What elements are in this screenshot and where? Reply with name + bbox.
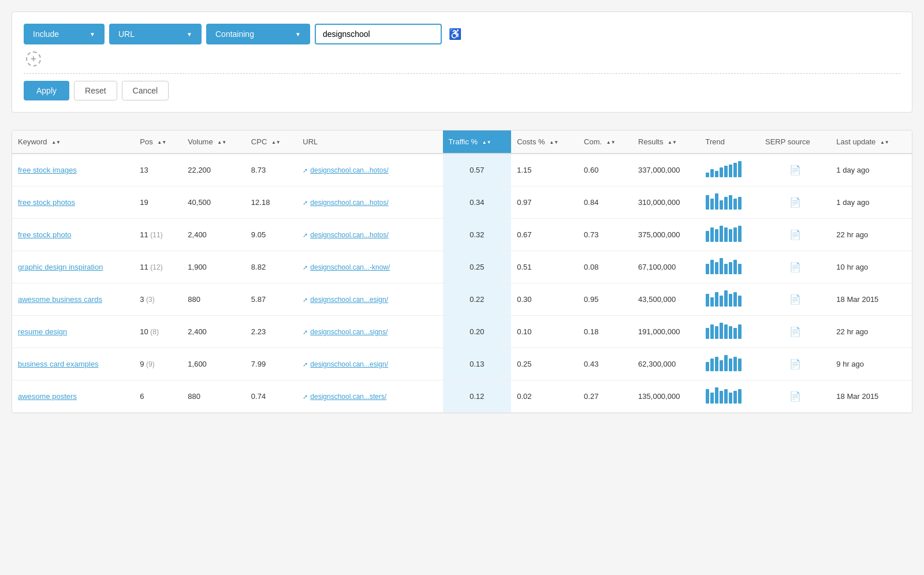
col-serp: SERP source	[759, 130, 830, 154]
volume-value: 880	[182, 380, 245, 413]
url-link[interactable]: designschool.can...hotos/	[310, 231, 388, 239]
serp-source-icon[interactable]: 📄	[789, 197, 801, 207]
trend-cell	[700, 219, 759, 251]
trend-bars	[706, 387, 742, 404]
serp-source-icon[interactable]: 📄	[789, 327, 801, 337]
costs-value: 0.30	[511, 283, 578, 316]
url-link[interactable]: designschool.can...sters/	[310, 393, 386, 401]
url-link[interactable]: designschool.can...esign/	[310, 360, 388, 368]
col-traffic[interactable]: Traffic % ▲▼	[443, 130, 512, 154]
trend-bar	[724, 166, 728, 177]
url-link[interactable]: designschool.can...hotos/	[310, 199, 388, 207]
trend-bar	[738, 359, 742, 371]
keyword-link[interactable]: free stock photo	[18, 230, 72, 239]
cpc-value: 9.05	[245, 219, 297, 251]
url-link[interactable]: designschool.can...-know/	[310, 263, 390, 271]
url-link[interactable]: designschool.can...signs/	[310, 328, 388, 336]
pos-sort-icon: ▲▼	[157, 140, 166, 145]
volume-value: 22,200	[182, 154, 245, 186]
col-results[interactable]: Results ▲▼	[632, 130, 699, 154]
col-cpc[interactable]: CPC ▲▼	[245, 130, 297, 154]
serp-source-icon[interactable]: 📄	[789, 294, 801, 304]
filter-divider	[24, 73, 900, 74]
keyword-sort-icon: ▲▼	[51, 140, 61, 145]
col-com[interactable]: Com. ▲▼	[578, 130, 632, 154]
results-value: 135,000,000	[632, 380, 699, 413]
pos-value: 3	[140, 295, 144, 304]
trend-bar	[724, 227, 728, 242]
external-link-icon: ➚	[303, 393, 308, 400]
serp-source-icon[interactable]: 📄	[789, 165, 801, 175]
last-update-value: 22 hr ago	[830, 219, 912, 251]
traffic-value: 0.12	[443, 380, 512, 413]
url-link[interactable]: designschool.can...hotos/	[310, 166, 388, 174]
url-link[interactable]: designschool.can...esign/	[310, 296, 388, 304]
serp-source-icon[interactable]: 📄	[789, 230, 801, 240]
trend-bar	[710, 169, 714, 177]
containing-dropdown[interactable]: Containing ▼	[206, 24, 310, 44]
include-dropdown[interactable]: Include ▼	[24, 24, 105, 44]
serp-source-icon[interactable]: 📄	[789, 359, 801, 369]
pos-value: 11	[140, 263, 148, 271]
last-update-value: 18 Mar 2015	[830, 283, 912, 316]
trend-bar	[738, 296, 742, 307]
last-update-value: 10 hr ago	[830, 251, 912, 283]
reset-button[interactable]: Reset	[74, 81, 117, 100]
search-input[interactable]	[315, 24, 442, 44]
col-costs[interactable]: Costs % ▲▼	[511, 130, 578, 154]
trend-bar	[720, 296, 723, 307]
trend-bar	[715, 387, 718, 404]
com-value: 0.08	[578, 251, 632, 283]
trend-bar	[720, 391, 723, 404]
costs-value: 0.97	[511, 186, 578, 219]
trend-bar	[738, 197, 742, 210]
trend-bar	[724, 389, 728, 404]
volume-sort-icon: ▲▼	[217, 140, 226, 145]
trend-bar	[733, 328, 737, 339]
pos-secondary: (12)	[150, 263, 162, 271]
keyword-link[interactable]: resume design	[18, 327, 67, 336]
trend-bar	[706, 195, 709, 210]
trend-bar	[733, 260, 737, 274]
keyword-link[interactable]: free stock images	[18, 166, 77, 174]
trend-bar	[729, 165, 732, 177]
trend-bar	[710, 227, 714, 242]
trend-bars	[706, 290, 742, 307]
cpc-value: 7.99	[245, 348, 297, 380]
keyword-link[interactable]: graphic design inspiration	[18, 263, 103, 271]
add-condition-circle-button[interactable]: +	[26, 51, 41, 66]
trend-bar	[720, 323, 723, 339]
costs-value: 0.25	[511, 348, 578, 380]
col-pos[interactable]: Pos ▲▼	[134, 130, 182, 154]
com-value: 0.73	[578, 219, 632, 251]
url-dropdown[interactable]: URL ▼	[109, 24, 202, 44]
keyword-link[interactable]: business card examples	[18, 360, 98, 368]
pos-value: 13	[134, 154, 182, 186]
trend-bars	[706, 226, 742, 242]
trend-cell	[700, 283, 759, 316]
keyword-link[interactable]: awesome posters	[18, 392, 77, 401]
table-row: awesome business cards3 (3)8805.87➚desig…	[12, 283, 912, 316]
traffic-value: 0.34	[443, 186, 512, 219]
serp-source-icon[interactable]: 📄	[789, 391, 801, 401]
trend-bar	[729, 195, 732, 210]
apply-button[interactable]: Apply	[24, 81, 69, 100]
external-link-icon: ➚	[303, 361, 308, 368]
col-last-update[interactable]: Last update ▲▼	[830, 130, 912, 154]
last-update-sort-icon: ▲▼	[880, 140, 889, 145]
keywords-table: Keyword ▲▼ Pos ▲▼ Volume ▲▼ CPC ▲▼ URL T…	[12, 130, 912, 413]
keyword-link[interactable]: awesome business cards	[18, 295, 102, 304]
traffic-value: 0.22	[443, 283, 512, 316]
clear-search-button[interactable]: ♿	[446, 27, 464, 42]
serp-source-icon[interactable]: 📄	[789, 262, 801, 272]
pos-secondary: (9)	[146, 360, 155, 368]
costs-value: 0.02	[511, 380, 578, 413]
last-update-value: 1 day ago	[830, 154, 912, 186]
costs-value: 0.67	[511, 219, 578, 251]
keyword-link[interactable]: free stock photos	[18, 198, 75, 207]
cancel-button[interactable]: Cancel	[122, 81, 169, 100]
col-keyword[interactable]: Keyword ▲▼	[12, 130, 134, 154]
com-value: 0.43	[578, 348, 632, 380]
trend-bars	[706, 323, 742, 339]
col-volume[interactable]: Volume ▲▼	[182, 130, 245, 154]
